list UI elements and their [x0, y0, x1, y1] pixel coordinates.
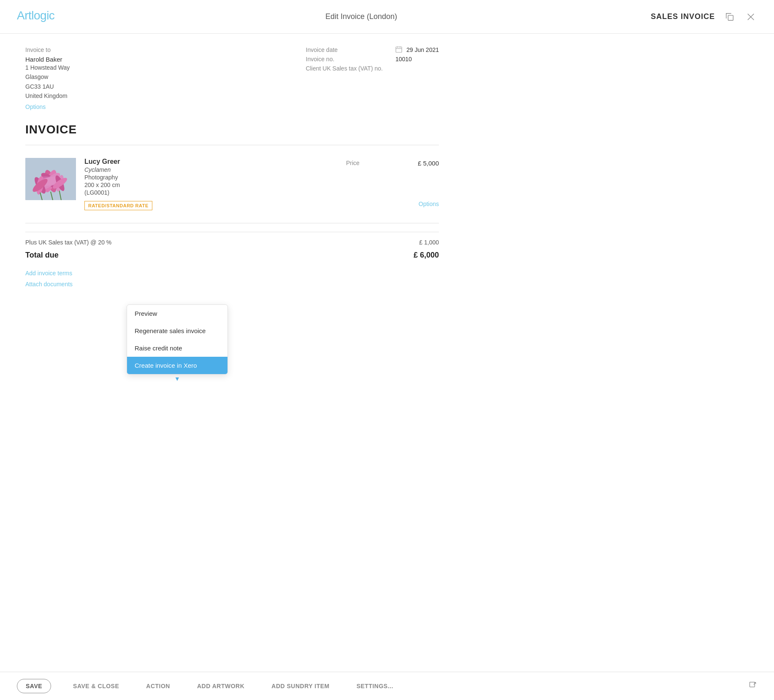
artwork-artist: Lucy Greer: [84, 158, 338, 166]
add-invoice-terms-link[interactable]: Add invoice terms: [25, 270, 439, 277]
invoice-meta: Invoice to Harold Baker 1 Howstead Way G…: [25, 46, 439, 110]
attach-documents-link[interactable]: Attach documents: [25, 281, 439, 288]
total-label: Total due: [25, 251, 59, 260]
dropdown-arrow: ▼: [127, 375, 228, 382]
price-label: Price: [346, 160, 360, 167]
app-logo: Artlogic: [17, 8, 72, 26]
invoice-heading: INVOICE: [25, 123, 439, 136]
invoice-details-right: Invoice date 29 Jun 2021 Invoice no. 100…: [306, 46, 439, 110]
bottom-divider: [25, 223, 439, 223]
invoice-to-options-link[interactable]: Options: [25, 103, 46, 110]
artwork-dimensions: 200 x 200 cm: [84, 182, 338, 188]
dropdown-item-credit-note[interactable]: Raise credit note: [127, 339, 227, 357]
svg-rect-4: [396, 47, 402, 52]
vat-value: [395, 65, 439, 72]
dropdown-item-xero[interactable]: Create invoice in Xero: [127, 357, 227, 374]
tax-rate-badge: RATED/STANDARD RATE: [84, 201, 152, 210]
artwork-image: [25, 158, 76, 200]
tax-row: Plus UK Sales tax (VAT) @ 20 % £ 1,000: [25, 239, 439, 246]
top-divider: [25, 145, 439, 145]
line-item-right: Price £ 5,000 Options: [346, 158, 439, 207]
main-content: Invoice to Harold Baker 1 Howstead Way G…: [0, 34, 464, 395]
price-value: £ 5,000: [418, 160, 439, 167]
line-item-options-link[interactable]: Options: [419, 201, 439, 207]
copy-button[interactable]: [723, 11, 736, 23]
vat-label: Client UK Sales tax (VAT) no.: [306, 65, 383, 72]
invoice-number-value: 10010: [395, 56, 439, 62]
action-links: Add invoice terms Attach documents: [25, 270, 439, 288]
total-row: Total due £ 6,000: [25, 251, 439, 260]
address-line2: Glasgow: [25, 72, 70, 81]
close-button[interactable]: [744, 11, 757, 23]
dropdown-menu: Preview Regenerate sales invoice Raise c…: [127, 304, 228, 374]
line-item: Lucy Greer Cyclamen Photography 200 x 20…: [25, 149, 439, 219]
svg-text:Artlogic: Artlogic: [17, 9, 55, 22]
invoice-type-badge: SALES INVOICE: [651, 12, 715, 21]
client-address: 1 Howstead Way Glasgow GC33 1AU United K…: [25, 63, 70, 101]
artwork-details: Lucy Greer Cyclamen Photography 200 x 20…: [84, 158, 338, 210]
tax-value: £ 1,000: [419, 239, 439, 246]
address-line3: GC33 1AU: [25, 82, 70, 91]
dropdown-item-regenerate[interactable]: Regenerate sales invoice: [127, 322, 227, 339]
invoice-to-label: Invoice to: [25, 46, 70, 53]
artwork-ref: (LG0001): [84, 189, 338, 196]
address-line1: 1 Howstead Way: [25, 63, 70, 72]
invoice-date-value: 29 Jun 2021: [395, 46, 439, 53]
invoice-number-label: Invoice no.: [306, 56, 383, 62]
dropdown-item-preview[interactable]: Preview: [127, 305, 227, 322]
artwork-medium: Photography: [84, 174, 338, 181]
invoice-to-section: Invoice to Harold Baker 1 Howstead Way G…: [25, 46, 70, 110]
page-title: Edit Invoice (London): [325, 12, 397, 21]
address-line4: United Kingdom: [25, 91, 70, 100]
artwork-title: Cyclamen: [84, 166, 338, 173]
totals-section: Plus UK Sales tax (VAT) @ 20 % £ 1,000 T…: [25, 232, 439, 260]
header-right: SALES INVOICE: [651, 11, 757, 23]
tax-label: Plus UK Sales tax (VAT) @ 20 %: [25, 239, 111, 246]
client-name: Harold Baker: [25, 56, 70, 63]
invoice-date-label: Invoice date: [306, 46, 383, 53]
total-value: £ 6,000: [414, 251, 439, 260]
app-header: Artlogic Edit Invoice (London) SALES INV…: [0, 0, 774, 34]
svg-rect-1: [728, 15, 733, 20]
action-dropdown: Preview Regenerate sales invoice Raise c…: [127, 304, 228, 382]
